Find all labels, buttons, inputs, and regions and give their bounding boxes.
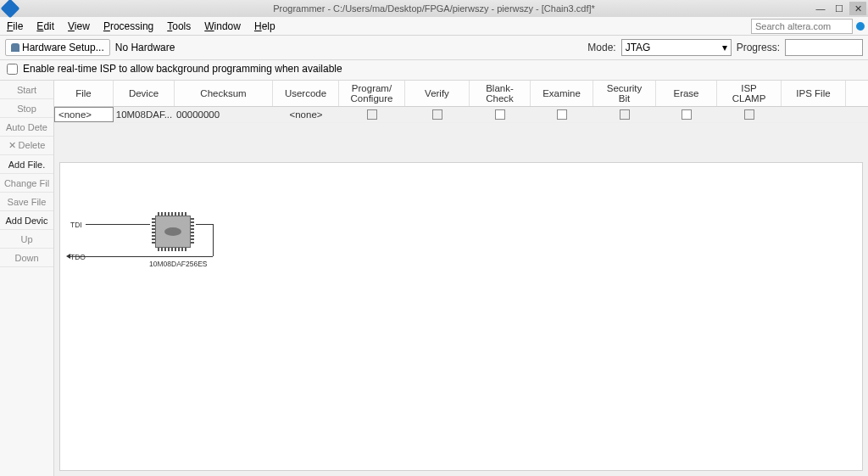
search-icon[interactable]: [856, 22, 865, 31]
progress-label: Progress:: [737, 42, 780, 53]
intel-logo-icon: [164, 227, 181, 236]
checkbox-icon: [620, 109, 630, 120]
progress-bar: [785, 39, 863, 56]
hardware-setup-label: Hardware Setup...: [22, 42, 104, 53]
dropdown-icon: ▾: [722, 42, 727, 53]
maximize-button[interactable]: ☐: [831, 2, 848, 15]
th-usercode[interactable]: Usercode: [273, 81, 339, 106]
sidebar: Start Stop Auto Dete ✕ Delete Add File. …: [0, 81, 54, 476]
cell-isp-clamp[interactable]: [717, 107, 782, 122]
th-isp-clamp[interactable]: ISP CLAMP: [717, 81, 782, 106]
checkbox-icon: [682, 109, 692, 120]
cell-usercode: <none>: [273, 107, 339, 122]
th-security-bit[interactable]: Security Bit: [593, 81, 656, 106]
wire: [196, 224, 213, 225]
sidebar-stop[interactable]: Stop: [0, 99, 53, 118]
search-input[interactable]: [751, 19, 853, 34]
sidebar-delete[interactable]: ✕ Delete: [0, 137, 53, 155]
checkbox-icon: [557, 109, 567, 120]
menu-view[interactable]: View: [61, 19, 97, 34]
cell-ips-file: [782, 107, 846, 122]
wire: [150, 256, 213, 257]
content-area: File Device Checksum Usercode Program/ C…: [54, 81, 868, 476]
menu-window[interactable]: Window: [198, 19, 248, 34]
th-file[interactable]: File: [54, 81, 114, 106]
tdi-label: TDI: [70, 221, 82, 229]
wire: [213, 224, 214, 256]
menubar: File Edit View Processing Tools Window H…: [0, 17, 868, 36]
th-checksum[interactable]: Checksum: [175, 81, 273, 106]
sidebar-start[interactable]: Start: [0, 81, 53, 99]
wire: [70, 256, 150, 257]
th-verify[interactable]: Verify: [405, 81, 470, 106]
cell-blank-check[interactable]: [470, 107, 531, 122]
cell-verify[interactable]: [405, 107, 470, 122]
menu-tools[interactable]: Tools: [160, 19, 198, 34]
th-erase[interactable]: Erase: [656, 81, 717, 106]
window-controls: — ☐ ✕: [812, 2, 868, 15]
checkbox-icon: [432, 109, 442, 120]
titlebar: Programmer - C:/Users/ma/Desktop/FPGA/pi…: [0, 0, 868, 17]
sidebar-add-device[interactable]: Add Devic: [0, 211, 53, 230]
cell-checksum: 00000000: [175, 107, 273, 122]
mode-value: JTAG: [626, 42, 651, 53]
realtime-isp-label: Enable real-time ISP to allow background…: [23, 63, 342, 75]
menu-file[interactable]: File: [0, 19, 30, 34]
table-row[interactable]: <none> 10M08DAF... 00000000 <none>: [54, 107, 868, 123]
mode-label: Mode:: [587, 42, 615, 53]
window-title: Programmer - C:/Users/ma/Desktop/FPGA/pi…: [273, 3, 595, 14]
sidebar-up[interactable]: Up: [0, 230, 53, 249]
cell-erase[interactable]: [656, 107, 717, 122]
cell-examine[interactable]: [531, 107, 593, 122]
cell-program[interactable]: [339, 107, 405, 122]
main-area: Start Stop Auto Dete ✕ Delete Add File. …: [0, 81, 868, 476]
pins-bottom: [158, 248, 186, 251]
chip-label: 10M08DAF256ES: [149, 260, 208, 268]
chain-diagram[interactable]: TDI TDO 10M08DAF256ES: [59, 162, 863, 471]
cell-security-bit[interactable]: [593, 107, 656, 122]
tdo-label: TDO: [70, 253, 86, 261]
menu-processing[interactable]: Processing: [97, 19, 160, 34]
cell-device: 10M08DAF...: [114, 107, 175, 122]
th-blank-check[interactable]: Blank- Check: [470, 81, 531, 106]
sidebar-add-file[interactable]: Add File.: [0, 155, 53, 174]
chip-device[interactable]: [150, 210, 196, 253]
toolbar: Hardware Setup... No Hardware Mode: JTAG…: [0, 36, 868, 60]
sidebar-save-file[interactable]: Save File: [0, 193, 53, 211]
app-icon: [1, 0, 20, 18]
pins-right: [191, 218, 194, 244]
hardware-setup-button[interactable]: Hardware Setup...: [5, 39, 110, 56]
user-icon: [11, 43, 19, 52]
checkbox-icon: [367, 109, 377, 120]
minimize-button[interactable]: —: [812, 2, 829, 15]
th-program[interactable]: Program/ Configure: [339, 81, 405, 106]
close-button[interactable]: ✕: [849, 2, 866, 15]
option-row: Enable real-time ISP to allow background…: [0, 60, 868, 81]
search-container: [751, 19, 865, 34]
realtime-isp-checkbox[interactable]: [7, 64, 18, 75]
th-examine[interactable]: Examine: [531, 81, 593, 106]
th-ips-file[interactable]: IPS File: [782, 81, 846, 106]
sidebar-change-file[interactable]: Change Fil: [0, 174, 53, 193]
hardware-status: No Hardware: [115, 42, 175, 53]
sidebar-down[interactable]: Down: [0, 249, 53, 267]
wire: [86, 224, 150, 225]
th-device[interactable]: Device: [114, 81, 175, 106]
checkbox-icon: [495, 109, 505, 120]
checkbox-icon: [744, 109, 754, 120]
sidebar-auto-detect[interactable]: Auto Dete: [0, 118, 53, 137]
menu-help[interactable]: Help: [248, 19, 282, 34]
cell-file[interactable]: <none>: [54, 107, 114, 122]
menu-edit[interactable]: Edit: [30, 19, 61, 34]
table-header: File Device Checksum Usercode Program/ C…: [54, 81, 868, 107]
mode-select[interactable]: JTAG ▾: [621, 39, 732, 56]
